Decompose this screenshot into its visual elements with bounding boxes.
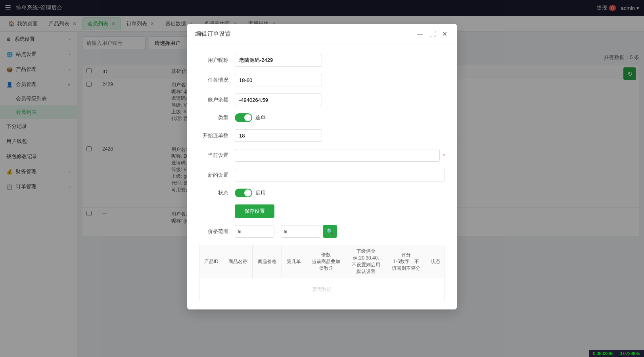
col-product-id: 产品ID [199, 245, 223, 278]
performance-bar: 0.083238s 0.072898s [589, 350, 644, 357]
task-input[interactable] [235, 74, 322, 86]
close-button[interactable]: ✕ [441, 29, 449, 38]
form-row-status: 状态 启用 [199, 189, 445, 197]
form-row-username: 用户昵称 [199, 54, 445, 67]
type-toggle-label: 连单 [255, 114, 266, 121]
form-row-task: 任务情况 [199, 74, 445, 86]
col-product-name: 商品名称 [223, 245, 253, 278]
col-rating: 评分 1-5数字，不 填写则不评分 [386, 245, 426, 278]
col-order-num: 第几单 [282, 245, 306, 278]
range-separator: - [277, 229, 278, 235]
modal-header: 编辑订单设置 — ⛶ ✕ [187, 24, 457, 44]
new-setting-label: 新的设置 [199, 172, 235, 179]
balance-input[interactable] [235, 94, 322, 106]
status-label: 状态 [199, 189, 235, 197]
col-multiplier: 倍数 当前商品叠加 倍数:? [306, 245, 346, 278]
form-row-price-range: 价格范围 ¥ - ¥ 🔍 [199, 225, 445, 238]
maximize-button[interactable]: ⛶ [428, 29, 437, 38]
current-setting-label: 当前设置 [199, 152, 235, 159]
required-indicator: * [443, 153, 445, 158]
modal-overlay: 编辑订单设置 — ⛶ ✕ 用户昵称 任务情况 账户余额 [0, 0, 644, 357]
perf-value1: 0.083238s [593, 351, 613, 356]
edit-order-settings-modal: 编辑订单设置 — ⛶ ✕ 用户昵称 任务情况 账户余额 [187, 24, 457, 309]
col-sub-commission: 下级佣金 例:20,30,40; 不设置则启用 默认设置 [346, 245, 386, 278]
form-row-type: 类型 连单 [199, 113, 445, 122]
price-search-button[interactable]: 🔍 [323, 225, 337, 238]
new-setting-input[interactable] [235, 169, 445, 181]
type-label: 类型 [199, 114, 235, 121]
status-toggle-label: 启用 [255, 189, 266, 197]
modal-controls: — ⛶ ✕ [415, 29, 449, 38]
currency-symbol-min: ¥ [238, 229, 241, 235]
form-row-start-order: 开始连单数 [199, 129, 445, 142]
product-table: 产品ID 商品名称 商品价格 第几单 倍数 当前商品叠加 倍数:? 下级佣金 例… [199, 245, 445, 301]
balance-label: 账户余额 [199, 96, 235, 103]
current-setting-input[interactable] [235, 149, 440, 162]
username-label: 用户昵称 [199, 57, 235, 64]
start-order-label: 开始连单数 [199, 132, 235, 139]
form-row-balance: 账户余额 [199, 94, 445, 106]
price-range-label: 价格范围 [199, 228, 235, 235]
type-toggle[interactable] [235, 113, 252, 122]
start-order-input[interactable] [235, 129, 322, 142]
product-table-empty-row: 暂无数据 [199, 278, 445, 301]
form-row-new-setting: 新的设置 [199, 169, 445, 181]
username-input[interactable] [235, 54, 322, 67]
form-row-save: 保存设置 [199, 204, 445, 218]
minimize-button[interactable]: — [415, 29, 425, 38]
modal-body: 用户昵称 任务情况 账户余额 类型 连单 [187, 44, 457, 309]
perf-value2: 0.072898s [620, 351, 640, 356]
status-toggle[interactable] [235, 189, 252, 197]
task-label: 任务情况 [199, 76, 235, 84]
col-product-price: 商品价格 [253, 245, 282, 278]
form-row-current-setting: 当前设置 * [199, 149, 445, 162]
modal-title: 编辑订单设置 [195, 30, 231, 38]
col-status: 状态 [426, 245, 445, 278]
save-settings-button[interactable]: 保存设置 [235, 204, 274, 218]
currency-symbol-max: ¥ [284, 229, 287, 235]
